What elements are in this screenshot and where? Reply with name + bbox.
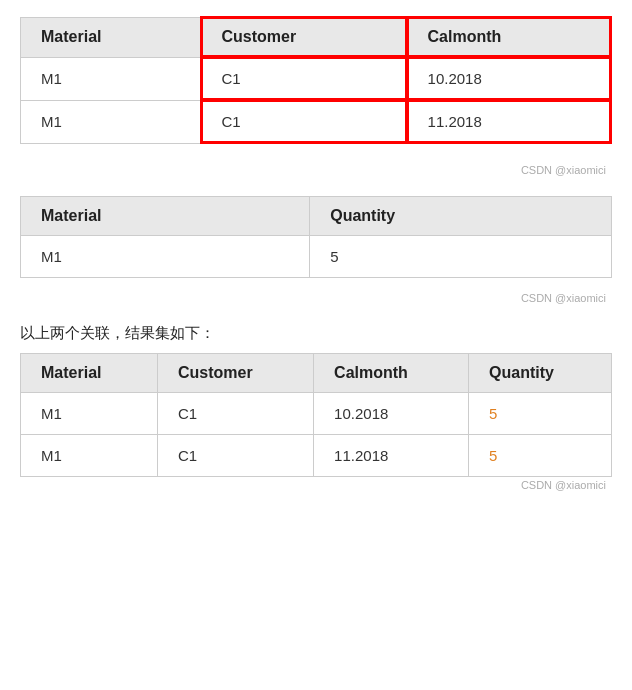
table1-section: Material Customer Calmonth M1 C1 10.2018… xyxy=(20,16,612,180)
t1-r2-material: M1 xyxy=(21,100,201,143)
table-row: M1 C1 10.2018 5 xyxy=(21,393,612,435)
t1-r2-customer: C1 xyxy=(201,100,407,143)
t3-r1-quantity: 5 xyxy=(469,393,612,435)
table3-header-customer: Customer xyxy=(157,354,313,393)
table3-section: Material Customer Calmonth Quantity M1 C… xyxy=(20,353,612,495)
table3-header-material: Material xyxy=(21,354,158,393)
table2-section: Material Quantity M1 5 CSDN @xiaomici xyxy=(20,196,612,308)
table1-watermark: CSDN @xiaomici xyxy=(20,162,612,180)
t3-r2-quantity: 5 xyxy=(469,435,612,477)
table1-header-customer: Customer xyxy=(201,17,407,57)
t3-r2-customer: C1 xyxy=(157,435,313,477)
t3-r1-material: M1 xyxy=(21,393,158,435)
table2-header-material: Material xyxy=(21,197,310,236)
t2-r1-quantity: 5 xyxy=(310,236,612,278)
description-text: 以上两个关联，结果集如下： xyxy=(20,324,612,343)
t2-r1-material: M1 xyxy=(21,236,310,278)
t3-r2-calmonth: 11.2018 xyxy=(314,435,469,477)
table1-header-calmonth: Calmonth xyxy=(407,17,611,57)
t3-r1-customer: C1 xyxy=(157,393,313,435)
table3-header-quantity: Quantity xyxy=(469,354,612,393)
table-row: M1 5 xyxy=(21,236,612,278)
t1-r1-calmonth: 10.2018 xyxy=(407,57,611,100)
t3-r2-material: M1 xyxy=(21,435,158,477)
table2: Material Quantity M1 5 xyxy=(20,196,612,278)
t1-r1-customer: C1 xyxy=(201,57,407,100)
t1-r1-material: M1 xyxy=(21,57,201,100)
t3-r1-calmonth: 10.2018 xyxy=(314,393,469,435)
table2-header-quantity: Quantity xyxy=(310,197,612,236)
table3-header-calmonth: Calmonth xyxy=(314,354,469,393)
table2-watermark: CSDN @xiaomici xyxy=(20,290,612,308)
t1-r2-calmonth: 11.2018 xyxy=(407,100,611,143)
table-row: M1 C1 10.2018 xyxy=(21,57,612,100)
table1-header-material: Material xyxy=(21,17,201,57)
table3: Material Customer Calmonth Quantity M1 C… xyxy=(20,353,612,477)
table1: Material Customer Calmonth M1 C1 10.2018… xyxy=(20,16,612,144)
table-row: M1 C1 11.2018 xyxy=(21,100,612,143)
table3-watermark: CSDN @xiaomici xyxy=(20,477,612,495)
table-row: M1 C1 11.2018 5 xyxy=(21,435,612,477)
